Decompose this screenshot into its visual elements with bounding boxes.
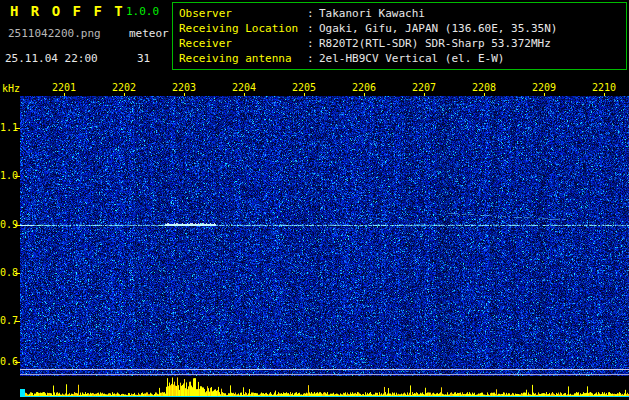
time-axis-label: 2208 (464, 82, 504, 93)
time-axis-label: 2201 (44, 82, 84, 93)
info-row: Receiving antenna:2el-HB9CV Vertical (el… (179, 51, 626, 66)
amplitude-canvas (20, 377, 629, 398)
time-tick-mark (124, 93, 125, 96)
info-row: Receiving Location:Ogaki, Gifu, JAPAN (1… (179, 21, 626, 36)
info-row-separator: : (307, 21, 319, 36)
time-tick-mark (484, 93, 485, 96)
freq-tick-mark (15, 362, 20, 363)
time-axis-label: 2203 (164, 82, 204, 93)
echo-count: 31 (137, 52, 150, 65)
info-row-value: R820T2(RTL-SDR) SDR-Sharp 53.372MHz (319, 36, 551, 51)
time-tick-mark (544, 93, 545, 96)
time-tick-mark (424, 93, 425, 96)
info-row: Receiver:R820T2(RTL-SDR) SDR-Sharp 53.37… (179, 36, 626, 51)
info-row: Observer:Takanori Kawachi (179, 6, 626, 21)
info-row-label: Receiving antenna (179, 51, 307, 66)
time-axis-label: 2204 (224, 82, 264, 93)
time-tick-mark (244, 93, 245, 96)
app-version: 1.0.0 (126, 5, 159, 18)
info-row-label: Observer (179, 6, 307, 21)
info-row-separator: : (307, 51, 319, 66)
freq-tick-mark (15, 176, 20, 177)
time-axis-label: 2207 (404, 82, 444, 93)
info-row-value: Takanori Kawachi (319, 6, 425, 21)
info-row-label: Receiver (179, 36, 307, 51)
band-marker-line-lower (20, 374, 629, 375)
hrofft-screen: H R O F F T 1.0.0 2511042200.png meteor … (0, 0, 629, 400)
spectrogram-canvas (20, 96, 629, 376)
time-axis-label: 2210 (584, 82, 624, 93)
band-marker-line-upper (20, 369, 629, 370)
time-tick-mark (64, 93, 65, 96)
mode-label: meteor (129, 27, 169, 40)
info-row-separator: : (307, 6, 319, 21)
observer-info-box: Observer:Takanori KawachiReceiving Locat… (172, 2, 627, 70)
freq-axis-unit: kHz (2, 83, 20, 94)
time-tick-mark (304, 93, 305, 96)
datetime-label: 25.11.04 22:00 (5, 52, 98, 65)
info-row-separator: : (307, 36, 319, 51)
freq-tick-mark (15, 321, 20, 322)
time-axis-label: 2202 (104, 82, 144, 93)
time-tick-mark (604, 93, 605, 96)
time-axis-label: 2205 (284, 82, 324, 93)
info-row-label: Receiving Location (179, 21, 307, 36)
freq-tick-mark (15, 225, 20, 226)
output-filename: 2511042200.png (8, 27, 101, 40)
time-tick-mark (184, 93, 185, 96)
time-axis-label: 2206 (344, 82, 384, 93)
freq-tick-mark (15, 128, 20, 129)
info-row-value: Ogaki, Gifu, JAPAN (136.60E, 35.35N) (319, 21, 557, 36)
time-axis-label: 2209 (524, 82, 564, 93)
info-row-value: 2el-HB9CV Vertical (el. E-W) (319, 51, 504, 66)
time-tick-mark (364, 93, 365, 96)
app-title: H R O F F T (10, 3, 125, 19)
freq-tick-mark (15, 273, 20, 274)
